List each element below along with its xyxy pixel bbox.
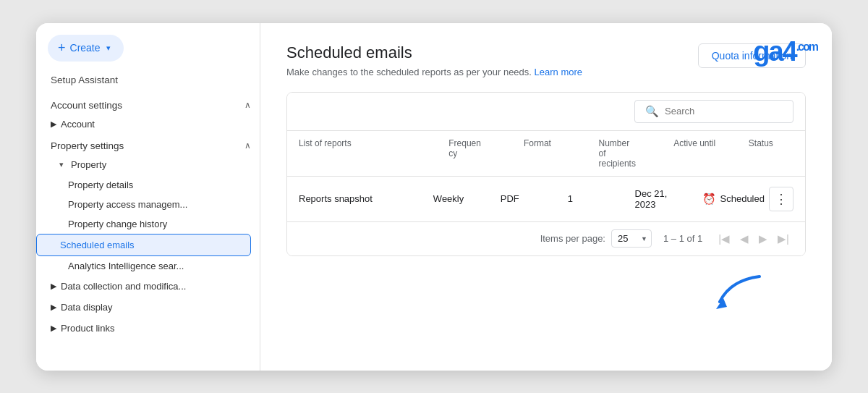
sidebar-item-analytics-intelligence[interactable]: Analytics Intelligence sear... — [36, 256, 251, 276]
chevron-down-icon: ▾ — [106, 43, 111, 53]
more-options-button[interactable]: ⋮ — [769, 187, 793, 211]
sidebar-item-data-display[interactable]: ▶ Data display — [36, 297, 251, 318]
arrow-right-icon2: ▶ — [51, 282, 56, 291]
first-page-button[interactable]: |◀ — [714, 229, 734, 248]
pagination-buttons: |◀ ◀ ▶ ▶| — [714, 229, 793, 248]
td-list-of-reports: Reports snapshot — [299, 193, 433, 204]
per-page-select[interactable]: 25 50 100 — [611, 229, 652, 248]
sidebar-item-account[interactable]: ▶ Account — [36, 114, 251, 135]
page-subtitle: Make changes to the scheduled reports as… — [286, 67, 806, 77]
td-recipients: 1 — [568, 193, 635, 204]
th-format: Format — [524, 138, 599, 169]
per-page-select-wrap[interactable]: 25 50 100 — [611, 229, 652, 248]
arrow-down-icon: ▾ — [59, 160, 64, 169]
chevron-up-icon2: ∧ — [244, 140, 251, 151]
data-display-label: Data display — [61, 302, 113, 313]
search-input[interactable] — [665, 106, 783, 117]
learn-more-link[interactable]: Learn more — [535, 67, 582, 77]
sidebar: + Create ▾ Setup Assistant Account setti… — [36, 23, 260, 371]
pagination-info: 1 – 1 of 1 — [663, 233, 702, 244]
td-status: ⏰ Scheduled ⋮ — [702, 187, 793, 211]
plus-icon: + — [58, 41, 66, 56]
property-settings-header[interactable]: Property settings ∧ — [36, 135, 260, 154]
scheduled-emails-table: 🔍 List of reports Frequency Format Numbe… — [286, 92, 806, 256]
main-content: Quota information Scheduled emails Make … — [260, 23, 832, 371]
subtitle-text: Make changes to the scheduled reports as… — [286, 67, 532, 77]
create-label: Create — [70, 42, 101, 54]
property-change-label: Property change history — [68, 219, 167, 229]
th-active-until: Active until — [673, 138, 749, 169]
property-access-label: Property access managem... — [68, 199, 187, 210]
sidebar-item-scheduled-emails[interactable]: Scheduled emails — [36, 234, 251, 256]
account-settings-label: Account settings — [51, 100, 122, 111]
sidebar-item-property-label: Property — [71, 159, 106, 170]
sidebar-item-property[interactable]: ▾ Property — [36, 154, 251, 175]
items-per-page-label: Items per page: — [540, 233, 605, 244]
search-icon: 🔍 — [645, 105, 659, 118]
td-active-until: Dec 21,2023 — [635, 188, 702, 210]
property-details-label: Property details — [68, 179, 133, 190]
items-per-page: Items per page: 25 50 100 — [540, 229, 652, 248]
property-settings-label: Property settings — [51, 140, 124, 151]
sidebar-item-property-details[interactable]: Property details — [36, 175, 251, 195]
sidebar-item-data-collection[interactable]: ▶ Data collection and modifica... — [36, 276, 251, 297]
ga4-logo-suffix: .com — [796, 41, 817, 53]
th-frequency: Frequency — [448, 138, 524, 169]
clock-icon: ⏰ — [702, 193, 716, 206]
arrow-annotation — [709, 269, 767, 315]
sidebar-item-account-label: Account — [61, 119, 95, 130]
last-page-button[interactable]: ▶| — [773, 229, 793, 248]
chevron-up-icon: ∧ — [244, 100, 251, 110]
arrow-right-icon3: ▶ — [51, 303, 56, 312]
search-row: 🔍 — [287, 93, 805, 131]
search-box[interactable]: 🔍 — [634, 100, 793, 123]
td-format: PDF — [501, 193, 568, 204]
sidebar-item-product-links[interactable]: ▶ Product links — [36, 318, 251, 339]
table-footer: Items per page: 25 50 100 1 – 1 of 1 |◀ … — [287, 222, 805, 255]
table-header: List of reports Frequency Format Numbero… — [287, 131, 805, 177]
account-settings-header[interactable]: Account settings ∧ — [36, 94, 260, 114]
sidebar-item-property-change[interactable]: Property change history — [36, 214, 251, 234]
arrow-right-icon4: ▶ — [51, 324, 56, 333]
td-frequency: Weekly — [433, 193, 501, 204]
product-links-label: Product links — [61, 323, 114, 334]
next-page-button[interactable]: ▶ — [754, 229, 772, 248]
prev-page-button[interactable]: ◀ — [736, 229, 753, 248]
setup-assistant-item[interactable]: Setup Assistant — [36, 73, 260, 94]
analytics-intelligence-label: Analytics Intelligence sear... — [68, 261, 184, 271]
sidebar-item-property-access[interactable]: Property access managem... — [36, 195, 251, 214]
ga4-logo-text: ga4 — [753, 36, 796, 67]
ga4-logo: ga4.com — [753, 38, 817, 65]
th-status: Status — [749, 138, 793, 169]
arrow-right-icon: ▶ — [51, 119, 56, 129]
table-row: Reports snapshot Weekly PDF 1 Dec 21,202… — [287, 177, 805, 222]
status-text: Scheduled — [720, 193, 765, 204]
scheduled-emails-label: Scheduled emails — [60, 240, 135, 250]
create-button[interactable]: + Create ▾ — [48, 35, 124, 62]
data-collection-label: Data collection and modifica... — [61, 281, 186, 292]
th-list-of-reports: List of reports — [299, 138, 448, 169]
th-recipients: Numberofrecipients — [599, 138, 674, 169]
